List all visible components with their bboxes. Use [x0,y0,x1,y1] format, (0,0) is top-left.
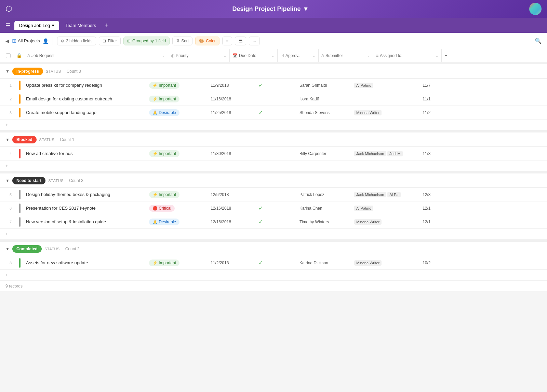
col-check-header[interactable] [0,53,16,58]
row-job-name[interactable]: New version of setup & installation guid… [23,219,146,224]
table-row[interactable]: 5 Design holiday-themed boxes & packagin… [0,188,547,201]
row-duedate-cell[interactable]: 11/30/2018 [208,151,256,156]
row-submitter-cell[interactable]: Karina Chen [297,206,351,211]
menu-icon[interactable]: ☰ [5,22,10,29]
priority-badge: 🙏 Desirable [149,109,179,116]
group-toggle-blocked[interactable]: ▼ [5,137,10,142]
add-row-completed[interactable]: + [0,270,547,281]
tab-design-job-log[interactable]: Design Job Log ▾ [14,21,59,30]
col-submitter-label: Submitter [325,53,343,58]
row-priority-cell[interactable]: 🔴 Critical [146,205,208,212]
title-caret-icon[interactable]: ▼ [303,5,309,13]
more-button[interactable]: ··· [249,37,260,45]
row-priority-cell[interactable]: 🙏 Desirable [146,109,208,116]
tab-team-members[interactable]: Team Members [61,21,101,30]
table-row[interactable]: 7 New version of setup & installation gu… [0,215,547,229]
grouped-button[interactable]: ⊞ Grouped by 1 field [123,37,170,45]
tab-caret-icon[interactable]: ▾ [52,23,54,28]
row-duedate-cell[interactable]: 11/2/2018 [208,261,256,265]
group-toggle-in-progress[interactable]: ▼ [5,69,10,74]
row-submitter-cell[interactable]: Sarah Grimaldi [297,83,351,88]
col-approval-header[interactable]: ☑ Approv... ⌄ [278,49,319,62]
density-button[interactable]: ≡ [222,37,232,45]
row-assigned-cell[interactable]: Al Patino [351,83,420,88]
row-submitter-cell[interactable]: Billy Carpenter [297,151,351,156]
col-assigned-header[interactable]: ≡ Assigned to: ⌄ [373,49,442,62]
row-checkbox-cell: 8 [0,261,16,265]
row-duedate-cell[interactable]: 11/16/2018 [208,97,256,101]
group-count-in-progress: Count 3 [67,69,81,74]
row-priority-cell[interactable]: ⚡ Important [146,82,208,89]
color-button[interactable]: 🎨 Color [195,37,219,45]
row-priority-cell[interactable]: ⚡ Important [146,260,208,266]
table-row[interactable]: 1 Update press kit for company redesign … [0,79,547,92]
row-submitter-cell[interactable]: Timothy Winters [297,220,351,224]
sort-button[interactable]: ⇅ Sort [172,37,192,45]
row-priority-cell[interactable]: ⚡ Important [146,191,208,198]
hidden-fields-button[interactable]: ⊘ 2 hidden fields [57,37,96,45]
row-job-name[interactable]: Presentation for CES 2017 keynote [23,206,146,211]
row-duedate-cell[interactable]: 12/16/2018 [208,206,256,211]
row-assigned-cell[interactable]: Al Patino [351,206,420,211]
add-row-need-to-start[interactable]: + [0,229,547,240]
search-icon[interactable]: 🔍 [535,38,542,44]
row-duedate-cell[interactable]: 11/25/2018 [208,110,256,115]
row-job-name[interactable]: Create mobile support landing page [23,110,146,115]
group-toggle-need-to-start[interactable]: ▼ [5,178,10,183]
row-priority-cell[interactable]: ⚡ Important [146,96,208,102]
table-row[interactable]: 8 Assets for new software update ⚡ Impor… [0,256,547,270]
row-duedate-cell[interactable]: 11/9/2018 [208,83,256,88]
row-job-name[interactable]: Email design for existing customer outre… [23,96,146,101]
user-avatar[interactable] [529,3,542,15]
approval-icon: ☑ [280,53,284,58]
toolbar: ◀ ⊞ All Projects 👤 ⊘ 2 hidden fields ⊟ F… [0,33,547,49]
row-submitter-cell[interactable]: Patrick Lopez [297,192,351,197]
table-row[interactable]: 2 Email design for existing customer out… [0,92,547,106]
row-assigned-cell[interactable]: Jack MichaelsonJodi M [351,151,420,156]
row-job-name[interactable]: Assets for new software update [23,260,146,265]
table-row[interactable]: 3 Create mobile support landing page 🙏 D… [0,106,547,120]
row-priority-cell[interactable]: 🙏 Desirable [146,219,208,225]
add-tab-button[interactable]: + [102,20,111,30]
row-approval-cell[interactable]: ✓ [256,82,297,88]
table-row[interactable]: 4 New ad creative for ads ⚡ Important 11… [0,147,547,160]
row-assigned-cell[interactable]: Jack MichaelsonAl Pa [351,192,420,197]
row-assigned-cell[interactable]: Minona Writer [351,219,420,225]
col-extra-header[interactable]: E [442,49,547,62]
row-assigned-cell[interactable]: Minona Writer [351,260,420,266]
table-row[interactable]: 6 Presentation for CES 2017 keynote 🔴 Cr… [0,201,547,215]
col-priority-header[interactable]: ◎ Priority ⌄ [168,49,230,62]
priority-badge: 🔴 Critical [149,205,175,212]
row-priority-cell[interactable]: ⚡ Important [146,150,208,157]
group-toggle-completed[interactable]: ▼ [5,247,10,251]
row-approval-cell[interactable]: ✓ [256,260,297,266]
row-job-name[interactable]: Update press kit for company redesign [23,83,146,88]
row-submitter-cell[interactable]: Issra Kadif [297,97,351,101]
members-icon[interactable]: 👤 [43,38,49,44]
group-badge-blocked: Blocked [12,136,37,143]
group-header-need-to-start: ▼ Need to start STATUS Count 3 [0,171,547,188]
row-approval-cell[interactable]: ✓ [256,205,297,211]
assigned-tag: Jack Michaelson [354,151,386,156]
row-approval-cell[interactable]: ✓ [256,109,297,116]
filter-label: Filter [108,39,117,43]
collapse-icon[interactable]: ◀ [5,38,9,44]
row-approval-cell[interactable]: ✓ [256,219,297,225]
row-duedate-cell[interactable]: 12/16/2018 [208,220,256,224]
col-duedate-header[interactable]: 📅 Due Date ⌄ [230,49,278,62]
row-extra-cell: 10/2 [420,261,547,265]
add-row-blocked[interactable]: + [0,160,547,171]
row-submitter-cell[interactable]: Shonda Stevens [297,110,351,115]
row-duedate-cell[interactable]: 12/9/2018 [208,192,256,197]
filter-button[interactable]: ⊟ Filter [99,37,121,45]
row-job-name[interactable]: Design holiday-themed boxes & packaging [23,192,146,197]
add-row-in-progress[interactable]: + [0,120,547,130]
row-submitter-cell[interactable]: Katrina Dickson [297,261,351,265]
share-button[interactable]: ⬒ [235,37,246,45]
app-logo[interactable]: ⬡ [5,4,12,13]
col-submitter-header[interactable]: A Submitter ⌄ [319,49,373,62]
col-job-request-header[interactable]: A Job Request ⌄ [25,49,168,62]
row-job-name[interactable]: New ad creative for ads [23,151,146,156]
row-assigned-cell[interactable]: Minona Writer [351,110,420,115]
select-all-checkbox[interactable] [6,53,11,58]
